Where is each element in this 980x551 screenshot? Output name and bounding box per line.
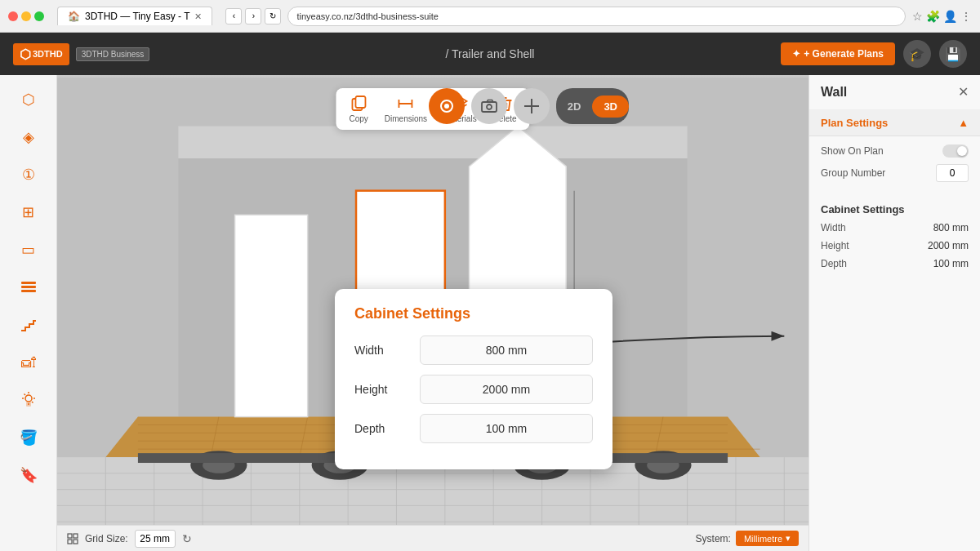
sidebar-item-paint[interactable]: 🪣 <box>12 421 45 454</box>
group-number-row: Group Number <box>821 164 969 182</box>
browser-actions: ☆ 🧩 👤 ⋮ <box>912 10 972 23</box>
sidebar-item-bookmark[interactable]: 🔖 <box>12 459 45 491</box>
camera-icon <box>480 97 498 115</box>
browser-chrome: 🏠 3DTHD — Tiny Easy - T ✕ ‹ › ↻ tinyeasy… <box>0 0 980 33</box>
dimensions-label: Dimensions <box>385 114 427 123</box>
cabinet-height-input[interactable] <box>420 375 593 404</box>
right-depth-label: Depth <box>821 258 847 269</box>
svg-point-18 <box>487 104 492 109</box>
tab-close-btn[interactable]: ✕ <box>194 11 202 22</box>
right-width-value: 800 mm <box>933 222 969 233</box>
address-bar[interactable]: tinyeasy.co.nz/3dthd-business-suite <box>287 7 906 26</box>
view-rotate-button[interactable] <box>429 88 465 124</box>
header-title: / Trailer and Shell <box>446 47 535 60</box>
generate-plus-icon: ✦ <box>792 48 800 60</box>
right-width-row: Width 800 mm <box>809 219 980 237</box>
sidebar-item-number[interactable]: ① <box>12 158 45 191</box>
logo-text: 3DTHD <box>33 49 63 59</box>
svg-point-3 <box>25 395 32 402</box>
plan-settings-section-header[interactable]: Plan Settings ▲ <box>809 110 980 136</box>
group-number-input[interactable] <box>936 164 969 182</box>
rotate-icon <box>438 97 456 115</box>
browser-tab[interactable]: 🏠 3DTHD — Tiny Easy - T ✕ <box>57 7 212 25</box>
scene-background: Copy Dimensions Materials <box>57 75 808 551</box>
sidebar-item-stairs[interactable] <box>12 309 45 341</box>
group-number-label: Group Number <box>821 167 885 179</box>
cabinet-depth-input[interactable] <box>420 414 593 443</box>
sidebar-item-sofa[interactable]: 🛋 <box>12 346 45 379</box>
sidebar-item-grid[interactable]: ⊞ <box>12 196 45 229</box>
viewport[interactable]: Copy Dimensions Materials <box>57 75 808 551</box>
main-area: ⬡ ◈ ① ⊞ ▭ 🛋 <box>0 75 980 551</box>
view-2d-label[interactable]: 2D <box>556 96 593 118</box>
save-button[interactable]: 💾 <box>939 40 967 68</box>
svg-rect-0 <box>21 282 36 284</box>
plan-settings-body: Show On Plan Group Number <box>809 136 980 197</box>
sidebar-item-light[interactable] <box>12 384 45 416</box>
svg-line-8 <box>24 394 25 396</box>
window-close-btn[interactable] <box>8 11 18 21</box>
right-panel-close-button[interactable]: ✕ <box>958 86 969 99</box>
millimetre-button[interactable]: Millimetre ▾ <box>736 531 799 546</box>
svg-rect-77 <box>74 534 78 538</box>
plan-settings-label: Plan Settings <box>821 117 888 129</box>
ext-icon[interactable]: 🧩 <box>926 10 940 23</box>
svg-rect-1 <box>21 286 36 288</box>
view-pan-button[interactable] <box>514 88 550 124</box>
bookmark-icon[interactable]: ☆ <box>912 10 923 23</box>
right-height-row: Height 2000 mm <box>809 237 980 255</box>
svg-rect-2 <box>21 290 36 292</box>
view-camera-button[interactable] <box>471 88 507 124</box>
window-max-btn[interactable] <box>34 11 44 21</box>
profile-icon[interactable]: 👤 <box>943 10 957 23</box>
right-height-value: 2000 mm <box>928 240 969 251</box>
help-button[interactable]: 🎓 <box>903 40 931 68</box>
show-on-plan-toggle[interactable] <box>942 144 969 158</box>
light-icon <box>20 391 38 409</box>
cabinet-height-field: Height <box>354 375 593 404</box>
svg-rect-63 <box>235 215 308 416</box>
right-panel: Wall ✕ Plan Settings ▲ Show On Plan Grou… <box>808 75 980 551</box>
cabinet-popup-title: Cabinet Settings <box>354 305 593 322</box>
cabinet-width-input[interactable] <box>420 335 593 365</box>
window-min-btn[interactable] <box>21 11 31 21</box>
menu-icon[interactable]: ⋮ <box>960 10 972 23</box>
sidebar-item-layers[interactable]: ⬡ <box>12 83 45 116</box>
right-panel-header: Wall ✕ <box>809 75 980 110</box>
copy-tool[interactable]: Copy <box>349 95 368 123</box>
svg-rect-79 <box>74 540 78 544</box>
refresh-btn[interactable]: ↻ <box>265 8 281 24</box>
sidebar-item-panel[interactable]: ▭ <box>12 233 45 266</box>
show-on-plan-row: Show On Plan <box>821 144 969 158</box>
plan-settings-chevron-icon: ▲ <box>958 117 969 129</box>
svg-point-16 <box>444 104 449 109</box>
tab-favicon: 🏠 <box>68 11 80 22</box>
svg-line-9 <box>32 402 33 403</box>
forward-btn[interactable]: › <box>245 8 261 24</box>
cabinet-width-field: Width <box>354 335 593 365</box>
sidebar-item-cube[interactable]: ◈ <box>12 121 45 153</box>
svg-rect-17 <box>482 102 497 112</box>
dimensions-tool[interactable]: Dimensions <box>385 95 427 123</box>
grid-refresh-button[interactable]: ↻ <box>182 532 192 545</box>
grid-size-input[interactable] <box>135 530 176 548</box>
app-header: ⬡ 3DTHD 3DTHD Business / Trailer and She… <box>0 33 980 75</box>
right-depth-row: Depth 100 mm <box>809 255 980 273</box>
right-panel-title: Wall <box>821 85 847 100</box>
generate-plans-label: + Generate Plans <box>804 48 884 60</box>
svg-rect-12 <box>355 96 365 108</box>
cabinet-settings-popup: Cabinet Settings Width Height Depth <box>335 289 612 469</box>
view-3d-label[interactable]: 3D <box>592 96 629 118</box>
save-icon: 💾 <box>945 47 961 62</box>
generate-plans-button[interactable]: ✦ + Generate Plans <box>781 42 895 65</box>
svg-rect-78 <box>68 540 72 544</box>
view-toggle[interactable]: 2D 3D <box>556 88 629 124</box>
system-label: System: <box>696 533 731 544</box>
svg-rect-10 <box>26 402 31 407</box>
cabinet-depth-field: Depth <box>354 414 593 443</box>
back-btn[interactable]: ‹ <box>225 8 242 24</box>
business-badge: 3DTHD Business <box>76 47 150 61</box>
millimetre-chevron-icon: ▾ <box>786 533 791 544</box>
sidebar-item-stack[interactable] <box>12 271 45 304</box>
address-text: tinyeasy.co.nz/3dthd-business-suite <box>296 11 438 21</box>
